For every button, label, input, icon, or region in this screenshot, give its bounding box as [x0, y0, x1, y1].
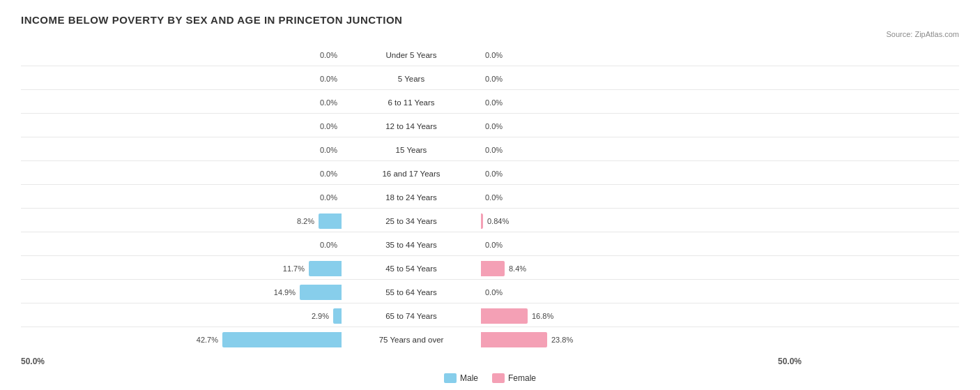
male-value: 0.0%	[312, 122, 337, 130]
age-label: 18 to 24 Years	[342, 193, 481, 202]
male-value: 8.2%	[289, 217, 314, 225]
male-value: 0.0%	[312, 75, 337, 83]
female-bar	[481, 213, 483, 229]
table-row: 0.0% 35 to 44 Years 0.0%	[21, 234, 959, 256]
right-section: 23.8%	[481, 332, 802, 347]
left-section: 0.0%	[21, 166, 342, 181]
male-value: 14.9%	[270, 288, 296, 297]
age-label: 75 Years and over	[342, 336, 481, 344]
right-section: 0.0%	[481, 166, 802, 181]
table-row: 0.0% 15 Years 0.0%	[21, 139, 959, 161]
male-value: 0.0%	[312, 146, 337, 154]
right-section: 0.0%	[481, 47, 802, 63]
female-value: 0.0%	[485, 98, 510, 107]
age-label: 35 to 44 Years	[342, 241, 481, 249]
legend-female: Female	[492, 373, 536, 383]
table-row: 0.0% 16 and 17 Years 0.0%	[21, 163, 959, 185]
female-value: 0.0%	[485, 288, 510, 297]
table-row: 11.7% 45 to 54 Years 8.4%	[21, 257, 959, 280]
male-value: 0.0%	[312, 193, 337, 202]
left-section: 0.0%	[21, 190, 342, 205]
male-value: 42.7%	[193, 336, 218, 344]
table-row: 42.7% 75 Years and over 23.8%	[21, 329, 959, 351]
table-row: 0.0% 6 to 11 Years 0.0%	[21, 91, 959, 114]
female-value: 0.84%	[487, 217, 512, 225]
male-value: 0.0%	[312, 98, 337, 107]
female-value: 0.0%	[485, 122, 510, 130]
right-section: 0.84%	[481, 213, 802, 229]
female-value: 0.0%	[485, 193, 510, 202]
right-section: 0.0%	[481, 190, 802, 205]
female-value: 0.0%	[485, 51, 510, 59]
male-value: 0.0%	[312, 170, 337, 178]
male-value: 11.7%	[280, 264, 305, 273]
table-row: 0.0% 18 to 24 Years 0.0%	[21, 186, 959, 209]
female-value: 0.0%	[485, 146, 510, 154]
right-section: 0.0%	[481, 119, 802, 134]
table-row: 0.0% 5 Years 0.0%	[21, 68, 959, 90]
left-section: 42.7%	[21, 332, 342, 347]
female-value: 0.0%	[485, 241, 510, 249]
age-label: 5 Years	[342, 75, 481, 83]
right-section: 0.0%	[481, 285, 802, 300]
right-section: 8.4%	[481, 261, 802, 276]
left-section: 0.0%	[21, 119, 342, 134]
table-row: 8.2% 25 to 34 Years 0.84%	[21, 210, 959, 232]
female-value: 23.8%	[551, 336, 576, 344]
female-value: 16.8%	[532, 312, 557, 320]
female-bar	[481, 332, 547, 347]
left-section: 14.9%	[21, 285, 342, 300]
male-bar	[319, 213, 342, 229]
age-label: 12 to 14 Years	[342, 122, 481, 130]
age-label: 65 to 74 Years	[342, 312, 481, 320]
male-bar	[309, 261, 342, 276]
axis-row: 50.0% 50.0%	[21, 357, 959, 366]
age-label: 15 Years	[342, 146, 481, 154]
chart-area: 0.0% Under 5 Years 0.0% 0.0% 5 Years 0.0…	[21, 44, 959, 383]
female-value: 8.4%	[509, 264, 534, 273]
female-value: 0.0%	[485, 75, 510, 83]
male-bar	[300, 285, 342, 300]
age-label: 45 to 54 Years	[342, 264, 481, 273]
left-section: 0.0%	[21, 95, 342, 110]
female-bar	[481, 261, 505, 276]
male-value: 0.0%	[312, 241, 337, 249]
chart-title: INCOME BELOW POVERTY BY SEX AND AGE IN P…	[21, 14, 959, 26]
age-label: 55 to 64 Years	[342, 288, 481, 297]
right-section: 0.0%	[481, 142, 802, 158]
female-value: 0.0%	[485, 170, 510, 178]
left-section: 2.9%	[21, 308, 342, 324]
table-row: 14.9% 55 to 64 Years 0.0%	[21, 281, 959, 303]
age-label: Under 5 Years	[342, 51, 481, 59]
legend: Male Female	[21, 373, 959, 383]
table-row: 0.0% Under 5 Years 0.0%	[21, 44, 959, 66]
legend-male: Male	[444, 373, 478, 383]
left-section: 0.0%	[21, 142, 342, 158]
left-section: 11.7%	[21, 261, 342, 276]
legend-male-box	[444, 373, 457, 383]
male-value: 0.0%	[312, 51, 337, 59]
age-label: 6 to 11 Years	[342, 98, 481, 107]
legend-female-label: Female	[508, 373, 536, 383]
right-section: 0.0%	[481, 95, 802, 110]
legend-female-box	[492, 373, 505, 383]
table-row: 2.9% 65 to 74 Years 16.8%	[21, 305, 959, 327]
right-section: 16.8%	[481, 308, 802, 324]
male-bar	[222, 332, 342, 347]
right-section: 0.0%	[481, 71, 802, 87]
right-section: 0.0%	[481, 237, 802, 253]
legend-male-label: Male	[460, 373, 478, 383]
age-label: 16 and 17 Years	[342, 170, 481, 178]
left-section: 0.0%	[21, 71, 342, 87]
table-row: 0.0% 12 to 14 Years 0.0%	[21, 115, 959, 137]
left-section: 0.0%	[21, 47, 342, 63]
female-bar	[481, 308, 528, 324]
axis-left-label: 50.0%	[21, 357, 45, 366]
left-section: 0.0%	[21, 237, 342, 253]
axis-right-label: 50.0%	[778, 357, 802, 366]
left-section: 8.2%	[21, 213, 342, 229]
male-bar	[333, 308, 342, 324]
source-label: Source: ZipAtlas.com	[21, 30, 959, 38]
age-label: 25 to 34 Years	[342, 217, 481, 225]
male-value: 2.9%	[304, 312, 329, 320]
